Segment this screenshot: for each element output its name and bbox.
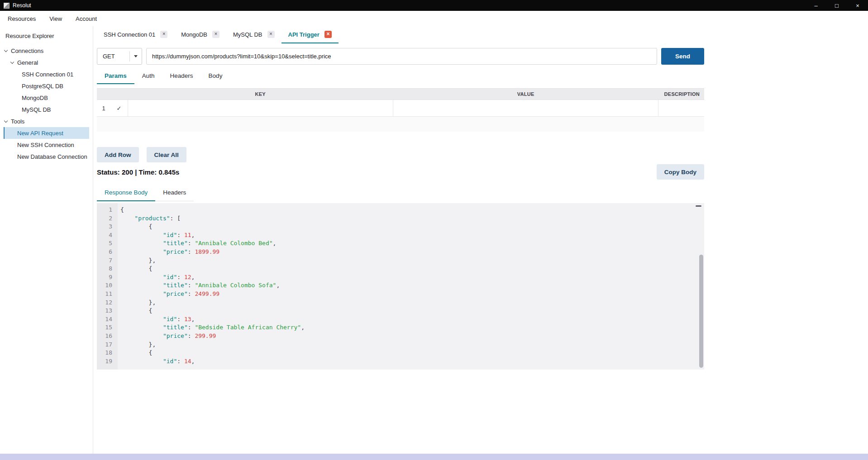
tab-api-trigger[interactable]: API Trigger× [281, 26, 339, 43]
code-line: "id": 13, [120, 315, 704, 324]
chevron-down-icon [134, 55, 138, 57]
param-description-cell[interactable] [658, 100, 704, 116]
method-select[interactable]: GET [97, 48, 142, 65]
tab-ssh-connection-01[interactable]: SSH Connection 01× [97, 26, 174, 43]
menu-item-view[interactable]: View [43, 11, 69, 26]
resource-explorer-sidebar: Resource Explorer ConnectionsGeneralSSH … [0, 26, 93, 454]
app-window: Resolut – □ × ResourcesViewAccount Resou… [0, 0, 868, 460]
app-logo-icon [4, 3, 10, 9]
line-number-gutter: 12345678910111213141516171819 [97, 203, 118, 370]
sidebar-item-label: PostgreSQL DB [22, 83, 63, 90]
sidebar-item-ssh-connection-01[interactable]: SSH Connection 01 [4, 68, 89, 80]
code-line: }, [120, 299, 704, 307]
column-header-key: KEY [128, 91, 393, 97]
content-column: SSH Connection 01×MongoDB×MySQL DB×API T… [93, 26, 704, 370]
line-number: 15 [97, 323, 112, 332]
request-tab-body[interactable]: Body [201, 69, 230, 84]
code-line: "id": 12, [120, 273, 704, 282]
request-tab-params[interactable]: Params [97, 69, 134, 84]
code-line: "id": 11, [120, 231, 704, 240]
request-tab-auth[interactable]: Auth [134, 69, 162, 84]
sidebar-item-general[interactable]: General [4, 57, 89, 68]
line-number: 13 [97, 307, 112, 315]
sidebar-item-tools[interactable]: Tools [4, 115, 89, 127]
code-line: "title": "Bedside Table African Cherry", [120, 323, 704, 332]
tab-label: SSH Connection 01 [104, 31, 155, 38]
sidebar-item-label: Tools [11, 118, 24, 125]
sidebar-item-new-ssh-connection[interactable]: New SSH Connection [4, 139, 89, 151]
chevron-down-icon [4, 119, 8, 122]
sidebar-item-label: SSH Connection 01 [22, 71, 73, 78]
code-line: "products": [ [120, 214, 704, 223]
scrollbar-thumb[interactable] [699, 255, 703, 368]
tab-label: API Trigger [288, 31, 320, 38]
tab-label: MongoDB [181, 31, 207, 38]
tab-label: MySQL DB [233, 31, 262, 38]
code-line: "title": "Annibale Colombo Bed", [120, 239, 704, 248]
line-number: 12 [97, 299, 112, 307]
chevron-down-icon [10, 60, 14, 63]
line-number: 16 [97, 332, 112, 341]
sidebar-item-connections[interactable]: Connections [4, 45, 89, 57]
sidebar-item-new-database-connection[interactable]: New Database Connection [4, 151, 89, 162]
app-body: Resource Explorer ConnectionsGeneralSSH … [0, 26, 868, 454]
line-number: 11 [97, 290, 112, 299]
tab-close-icon[interactable]: × [267, 31, 275, 38]
column-header-value: VALUE [393, 91, 659, 97]
sidebar-item-new-api-request[interactable]: New API Request [4, 127, 89, 139]
minimize-button[interactable]: – [806, 0, 826, 11]
request-tab-headers[interactable]: Headers [162, 69, 201, 84]
sidebar-item-mongodb[interactable]: MongoDB [4, 92, 89, 104]
sidebar-item-label: General [17, 59, 38, 66]
request-bar: GET Send [97, 48, 704, 65]
param-key-cell[interactable] [128, 100, 393, 116]
line-number: 14 [97, 315, 112, 324]
copy-body-button[interactable]: Copy Body [657, 164, 704, 180]
line-number: 19 [97, 357, 112, 366]
sidebar-item-postgresql-db[interactable]: PostgreSQL DB [4, 80, 89, 92]
code-line: "id": 14, [120, 357, 704, 366]
resource-tree: ConnectionsGeneralSSH Connection 01Postg… [0, 45, 93, 162]
sidebar-item-label: New SSH Connection [17, 142, 74, 148]
response-tabs: Response BodyHeaders [97, 185, 194, 201]
sidebar-item-mysql-db[interactable]: MySQL DB [4, 104, 89, 115]
line-number: 10 [97, 281, 112, 290]
url-input[interactable] [146, 48, 657, 65]
taskbar-strip [0, 454, 868, 460]
tab-close-icon[interactable]: × [212, 31, 219, 38]
scrollbar-arrow [696, 205, 701, 207]
response-tab-response-body[interactable]: Response Body [97, 185, 155, 201]
row-number: 1 [97, 100, 110, 116]
param-value-cell[interactable] [393, 100, 659, 116]
main-area: SSH Connection 01×MongoDB×MySQL DB×API T… [93, 26, 868, 454]
sidebar-item-label: New API Request [17, 130, 63, 137]
maximize-button[interactable]: □ [826, 0, 847, 11]
table-actions: Add Row Clear All [97, 147, 704, 162]
line-number: 5 [97, 239, 112, 248]
sidebar-item-label: MongoDB [22, 95, 48, 101]
response-tab-headers[interactable]: Headers [155, 185, 194, 201]
request-tabs: ParamsAuthHeadersBody [97, 69, 704, 84]
code-line: }, [120, 341, 704, 349]
send-button[interactable]: Send [661, 48, 704, 65]
params-table: KEYVALUEDESCRIPTION 1✓ [97, 88, 704, 132]
menu-item-account[interactable]: Account [69, 11, 104, 26]
add-row-button[interactable]: Add Row [97, 147, 139, 162]
tab-close-icon[interactable]: × [324, 31, 332, 38]
tab-mysql-db[interactable]: MySQL DB× [226, 26, 281, 43]
menu-item-resources[interactable]: Resources [1, 11, 43, 26]
close-button[interactable]: × [847, 0, 868, 11]
sidebar-item-label: MySQL DB [22, 106, 51, 113]
tab-mongodb[interactable]: MongoDB× [174, 26, 226, 43]
clear-all-button[interactable]: Clear All [147, 147, 186, 162]
code-line: "price": 2499.99 [120, 290, 704, 299]
window-controls: – □ × [806, 0, 868, 11]
line-number: 9 [97, 273, 112, 282]
empty-row [97, 117, 704, 132]
code-line: "price": 1899.99 [120, 248, 704, 256]
line-number: 17 [97, 341, 112, 349]
line-number: 1 [97, 206, 112, 214]
code-line: { [120, 223, 704, 231]
row-enabled-checkbox[interactable]: ✓ [110, 100, 128, 116]
tab-close-icon[interactable]: × [160, 31, 167, 38]
